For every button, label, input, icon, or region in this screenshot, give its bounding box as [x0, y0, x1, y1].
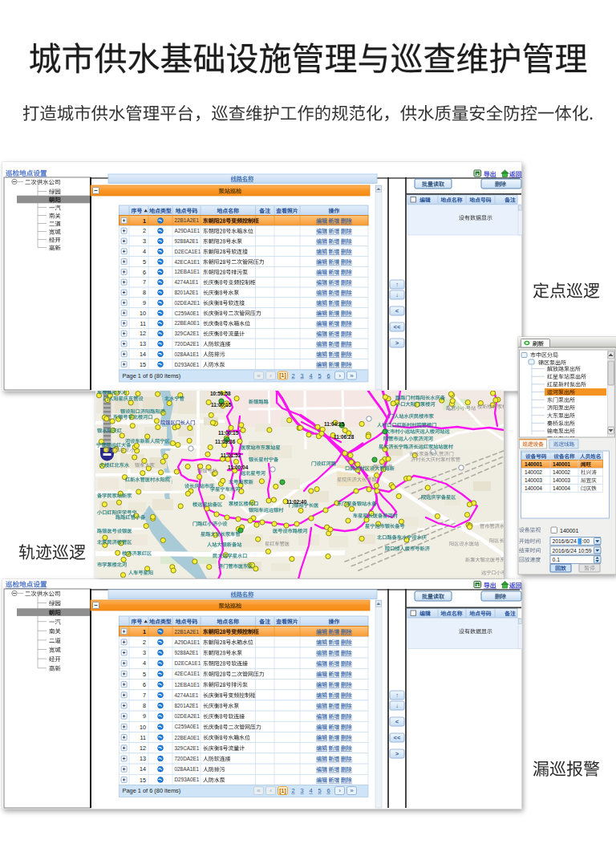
svg-text:↑: ↑	[395, 281, 399, 288]
svg-text:10: 10	[140, 310, 146, 317]
svg-text:11:06:28: 11:06:28	[334, 434, 355, 440]
svg-text:D2ECA1E1: D2ECA1E1	[175, 249, 201, 254]
svg-text:»: »	[350, 787, 354, 794]
svg-text:2: 2	[143, 639, 146, 646]
svg-text:10: 10	[140, 724, 146, 731]
svg-text:028AA1E1: 028AA1E1	[175, 766, 200, 772]
svg-text:140001: 140001	[560, 528, 578, 534]
svg-text:140002: 140002	[525, 469, 542, 475]
svg-text:8: 8	[143, 289, 146, 296]
svg-text:22BEA0E1: 22BEA0E1	[175, 735, 201, 740]
svg-text:11:00:15: 11:00:15	[211, 402, 232, 408]
svg-text:«: «	[257, 787, 261, 794]
svg-text:140001: 140001	[525, 461, 542, 467]
svg-text:6: 6	[143, 269, 146, 276]
svg-text:02DEA2E1: 02DEA2E1	[175, 713, 201, 719]
svg-text:2: 2	[291, 372, 294, 379]
svg-text:D293A0E1: D293A0E1	[175, 777, 200, 782]
svg-text:6: 6	[326, 787, 330, 794]
svg-text:2016/6/24 10:59: 2016/6/24 10:59	[553, 548, 592, 554]
svg-text:720DA2E1: 720DA2E1	[175, 341, 200, 347]
svg-text:↓: ↓	[395, 702, 399, 709]
svg-text:4: 4	[143, 248, 146, 255]
svg-text:11: 11	[140, 320, 146, 327]
svg-text:028AA1E1: 028AA1E1	[175, 351, 200, 357]
svg-text:42ECA1E1: 42ECA1E1	[175, 671, 201, 676]
svg-text:↑: ↑	[395, 692, 399, 699]
svg-text:140004: 140004	[525, 485, 542, 491]
svg-text:9: 9	[143, 712, 146, 720]
svg-text:720DA2E1: 720DA2E1	[175, 756, 200, 761]
svg-text:9288A2E1: 9288A2E1	[175, 238, 199, 244]
svg-text:11:00:04: 11:00:04	[228, 465, 249, 470]
svg-text:10:59:58: 10:59:58	[210, 391, 231, 396]
svg-text:3: 3	[300, 787, 303, 794]
svg-text:12EBA1E1: 12EBA1E1	[175, 682, 201, 688]
svg-text:A29DA1E1: A29DA1E1	[175, 228, 201, 233]
svg-text:8: 8	[143, 702, 146, 709]
svg-text:»: »	[350, 372, 354, 379]
svg-text:6: 6	[326, 372, 330, 379]
svg-text:140001: 140001	[553, 461, 570, 467]
svg-text:42ECA1E1: 42ECA1E1	[175, 259, 201, 265]
svg-text:7: 7	[143, 692, 146, 699]
svg-text:2: 2	[291, 787, 294, 794]
svg-text:329CA2E1: 329CA2E1	[175, 331, 200, 336]
svg-text:13: 13	[140, 755, 146, 762]
svg-text:3: 3	[300, 372, 303, 379]
svg-text:2016/6/24: 2016/6/24	[553, 538, 577, 544]
svg-text:8201A2E1: 8201A2E1	[175, 703, 199, 708]
svg-text:›: ›	[338, 372, 341, 379]
svg-text:«: «	[257, 372, 261, 379]
svg-text:02DEA2E1: 02DEA2E1	[175, 300, 201, 306]
svg-text:D2ECA1E1: D2ECA1E1	[175, 660, 201, 666]
svg-text:140002: 140002	[553, 469, 570, 475]
svg-text:Page 1 of 6 (80 items): Page 1 of 6 (80 items)	[123, 787, 181, 794]
svg-text:4274A1E1: 4274A1E1	[175, 692, 199, 698]
svg-text:12: 12	[140, 330, 146, 337]
svg-text:1: 1	[143, 217, 146, 225]
svg-text:1: 1	[143, 628, 146, 635]
svg-text:15: 15	[140, 361, 146, 368]
svg-text:C259A0E1: C259A0E1	[175, 310, 200, 316]
svg-text:5: 5	[143, 671, 146, 678]
svg-text:140003: 140003	[525, 477, 542, 483]
svg-text:>: >	[395, 750, 399, 757]
svg-text::00: :00	[582, 538, 590, 544]
svg-text:>: >	[395, 339, 399, 347]
svg-text:12: 12	[140, 745, 146, 752]
svg-text:<: <	[395, 307, 399, 314]
svg-text:4: 4	[309, 787, 312, 794]
svg-text:0.1: 0.1	[553, 557, 561, 562]
svg-text:›: ›	[338, 787, 341, 794]
svg-text:15: 15	[140, 777, 146, 784]
svg-text:5: 5	[143, 258, 146, 266]
svg-text:7: 7	[143, 278, 146, 286]
svg-text:9288A2E1: 9288A2E1	[175, 650, 199, 655]
svg-text:[1]: [1]	[279, 372, 286, 379]
svg-text:11:01:52: 11:01:52	[221, 452, 241, 458]
svg-text:14: 14	[140, 765, 146, 773]
svg-text:<: <	[395, 718, 399, 725]
svg-text:12EBA1E1: 12EBA1E1	[175, 269, 201, 274]
svg-text:140004: 140004	[553, 485, 570, 491]
svg-text:<<: <<	[394, 323, 401, 331]
svg-text:C259A0E1: C259A0E1	[175, 724, 200, 729]
svg-text:9: 9	[143, 299, 146, 306]
svg-text:11: 11	[140, 734, 146, 741]
svg-text:14: 14	[140, 351, 146, 358]
svg-text:6: 6	[143, 681, 146, 688]
svg-text:‹: ‹	[270, 787, 272, 794]
svg-text:5: 5	[318, 372, 321, 379]
svg-text:Page 1 of 6 (80 items): Page 1 of 6 (80 items)	[123, 372, 181, 379]
svg-text:329CA2E1: 329CA2E1	[175, 745, 200, 751]
svg-text:8201A2E1: 8201A2E1	[175, 290, 199, 295]
svg-text:11:03:36: 11:03:36	[215, 439, 236, 444]
svg-text:5: 5	[318, 787, 321, 794]
svg-text:13: 13	[140, 340, 146, 347]
svg-text:4274A1E1: 4274A1E1	[175, 279, 199, 285]
svg-text:A29DA1E1: A29DA1E1	[175, 639, 201, 645]
svg-text:↓: ↓	[395, 291, 399, 298]
svg-text:3: 3	[143, 649, 146, 656]
svg-text:D293A0E1: D293A0E1	[175, 362, 200, 367]
